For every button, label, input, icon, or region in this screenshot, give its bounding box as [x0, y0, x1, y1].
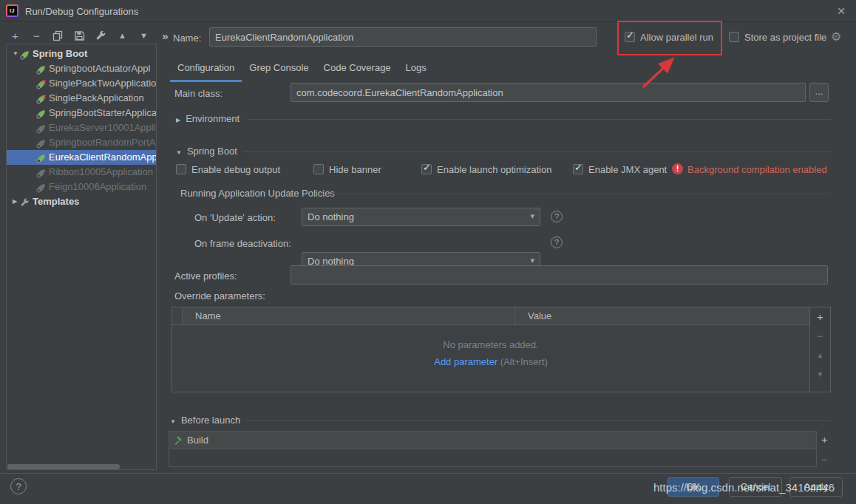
- expanded-arrow-icon[interactable]: ▼: [170, 418, 176, 425]
- checkbox-unchecked-icon[interactable]: ✓: [176, 164, 186, 174]
- collapsed-arrow-icon[interactable]: ▶: [176, 117, 180, 123]
- spring-boot-icon: [20, 50, 30, 59]
- tree-item[interactable]: SpringBootStarterApplica: [7, 106, 156, 120]
- tree-item-label: EurekaClientRandomApp: [49, 150, 157, 165]
- tab-code-coverage[interactable]: Code Coverage: [316, 59, 398, 82]
- tree-item-templates[interactable]: ▶ Templates: [7, 194, 156, 209]
- before-launch-section-header[interactable]: ▼Before launch: [170, 415, 240, 426]
- more-actions-icon[interactable]: »: [160, 30, 171, 41]
- environment-label: Environment: [186, 113, 240, 124]
- move-down-icon[interactable]: ▼: [138, 30, 149, 41]
- spring-boot-run-config-disabled-icon: [36, 183, 46, 192]
- browse-main-class-button[interactable]: ...: [809, 83, 829, 102]
- table-empty-text: No parameters added.: [172, 339, 809, 350]
- store-options-gear-icon[interactable]: ⚙: [831, 30, 841, 44]
- column-header-value[interactable]: Value: [515, 307, 551, 324]
- help-icon[interactable]: ?: [551, 211, 563, 222]
- move-up-icon[interactable]: ▲: [117, 30, 128, 41]
- checkbox-checked-icon[interactable]: ✓: [421, 164, 432, 174]
- store-as-project-file-checkbox[interactable]: ✓Store as project file: [729, 32, 826, 43]
- configurations-toolbar: + − ▲ ▼ »: [10, 29, 171, 42]
- table-side-toolbar: + − ▲ ▼: [810, 307, 831, 392]
- add-task-icon[interactable]: +: [821, 433, 828, 446]
- enable-launch-optimization-checkbox[interactable]: ✓Enable launch optimization: [421, 164, 551, 175]
- add-configuration-icon[interactable]: +: [10, 30, 21, 41]
- tab-grep-console[interactable]: Grep Console: [242, 59, 316, 82]
- tree-item-spring-boot-root[interactable]: ▼ Spring Boot: [7, 47, 156, 61]
- section-divider: [245, 420, 831, 421]
- tree-item[interactable]: EurekaServer10001Appli: [7, 120, 156, 135]
- tree-item-selected[interactable]: EurekaClientRandomApp: [7, 150, 156, 165]
- build-hammer-icon: [174, 435, 183, 445]
- table-header: Name Value: [172, 307, 809, 325]
- section-divider: [244, 151, 831, 152]
- tree-item-label: SinglePackApplication: [49, 91, 144, 106]
- row-up-icon[interactable]: ▲: [817, 346, 824, 365]
- main-class-input[interactable]: [291, 83, 806, 102]
- title-bar: IJ Run/Debug Configurations ×: [0, 0, 856, 22]
- before-launch-label: Before launch: [181, 415, 240, 426]
- tree-item-label: SinglePackTwoApplicatio: [49, 76, 156, 91]
- active-profiles-label: Active profiles:: [174, 270, 237, 282]
- templates-wrench-icon: [20, 197, 30, 207]
- add-row-icon[interactable]: +: [817, 307, 823, 327]
- remove-task-icon[interactable]: −: [821, 453, 828, 466]
- checkbox-checked-icon[interactable]: ✓: [573, 164, 583, 174]
- tab-configuration[interactable]: Configuration: [170, 59, 242, 82]
- spring-boot-run-config-icon: [36, 64, 46, 74]
- spring-boot-section-header[interactable]: ▼Spring Boot: [176, 146, 237, 157]
- configurations-tree: ▼ Spring Boot SpringbootActuatorAppl Sin…: [6, 44, 157, 470]
- build-label: Build: [187, 435, 208, 446]
- help-button[interactable]: ?: [10, 478, 27, 494]
- name-input[interactable]: [209, 27, 597, 47]
- tree-item-label: SpringBootStarterApplica: [49, 106, 157, 120]
- tree-horizontal-scrollbar[interactable]: [7, 464, 120, 469]
- tree-item[interactable]: SinglePackApplication: [7, 91, 156, 106]
- remove-row-icon[interactable]: −: [817, 327, 823, 346]
- expanded-arrow-icon[interactable]: ▼: [176, 149, 182, 156]
- vertical-scrollbar[interactable]: [834, 44, 843, 471]
- copy-configuration-icon[interactable]: [52, 30, 64, 41]
- active-profiles-input[interactable]: [291, 265, 828, 285]
- help-icon[interactable]: ?: [551, 236, 563, 248]
- row-down-icon[interactable]: ▼: [817, 365, 824, 384]
- expanded-arrow-icon[interactable]: ▼: [13, 47, 20, 61]
- spring-boot-run-config-disabled-icon: [36, 168, 46, 177]
- column-header-name[interactable]: Name: [183, 307, 515, 324]
- collapsed-arrow-icon[interactable]: ▶: [13, 194, 20, 209]
- tree-item[interactable]: SpringbootActuatorAppl: [7, 61, 156, 76]
- before-launch-build-item[interactable]: Build: [169, 432, 816, 449]
- tree-item[interactable]: SpringbootRandomPortA: [7, 135, 156, 150]
- save-configuration-icon[interactable]: [74, 30, 85, 41]
- remove-configuration-icon[interactable]: −: [31, 30, 42, 41]
- background-compilation-warning: Background compilation enabled: [687, 164, 827, 175]
- on-update-action-label: On 'Update' action:: [194, 212, 276, 223]
- watermark: https://blog.csdn.net/sinat_34104446: [653, 481, 835, 494]
- enable-debug-output-label: Enable debug output: [191, 164, 280, 175]
- spring-boot-run-config-broken-icon: [36, 94, 46, 103]
- tree-item-label: EurekaServer10001Appli: [49, 120, 156, 135]
- add-parameter-link[interactable]: Add parameter: [434, 356, 497, 367]
- close-icon[interactable]: ×: [832, 2, 850, 20]
- enable-jmx-agent-checkbox[interactable]: ✓Enable JMX agent: [573, 164, 667, 175]
- on-frame-deactivation-label: On frame deactivation:: [194, 238, 291, 249]
- tab-logs[interactable]: Logs: [398, 59, 434, 82]
- spring-boot-run-config-disabled-icon: [36, 123, 46, 133]
- tree-item[interactable]: Feign10006Application: [7, 180, 156, 194]
- intellij-logo-icon: IJ: [6, 4, 18, 17]
- tree-item-label: Feign10006Application: [49, 180, 146, 194]
- section-divider: [309, 194, 832, 194]
- checkbox-unchecked-icon[interactable]: ✓: [313, 164, 324, 174]
- table-add-row: Add parameter (Alt+Insert): [172, 356, 809, 367]
- tree-item[interactable]: SinglePackTwoApplicatio: [7, 76, 156, 91]
- table-row-gutter: [172, 307, 183, 324]
- tree-item[interactable]: Ribbon10005Application: [7, 165, 156, 180]
- spring-boot-run-config-icon: [36, 109, 46, 118]
- environment-section-header[interactable]: ▶Environment: [176, 113, 240, 124]
- before-launch-list: Build: [169, 431, 817, 467]
- edit-templates-icon[interactable]: [95, 30, 106, 41]
- on-update-action-select[interactable]: Do nothing ▾: [302, 208, 540, 226]
- checkbox-unchecked-icon[interactable]: ✓: [729, 32, 739, 42]
- hide-banner-checkbox[interactable]: ✓Hide banner: [313, 164, 381, 175]
- enable-debug-output-checkbox[interactable]: ✓Enable debug output: [176, 164, 280, 175]
